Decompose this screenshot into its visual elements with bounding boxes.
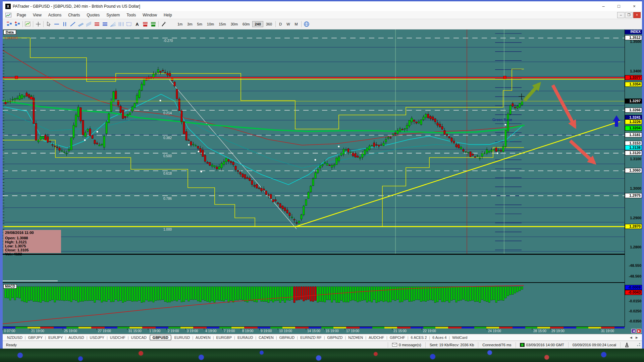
maximize-button[interactable]: □: [611, 1, 627, 11]
time-axis-tick: [97, 328, 97, 330]
red-levels-icon[interactable]: [93, 20, 101, 28]
menu-item-page[interactable]: Page: [13, 12, 30, 18]
minimize-button[interactable]: –: [596, 1, 611, 11]
data-disconnect-icon[interactable]: [5, 20, 13, 28]
timeframe-button-60m[interactable]: 60m: [240, 21, 252, 27]
fib-time-icon[interactable]: [117, 20, 125, 28]
time-axis-tick: [204, 328, 204, 330]
price-axis-header: INDEX: [625, 30, 642, 34]
tab-usdchf[interactable]: USDCHF: [108, 335, 128, 340]
titlebar[interactable]: X PATrader - GBPUSD - [GBPUSD, 240 min -…: [3, 1, 642, 11]
menu-item-actions[interactable]: Actions: [45, 12, 65, 18]
menu-item-window[interactable]: Window: [139, 12, 160, 18]
timeframe-button-240[interactable]: 240: [252, 21, 263, 27]
menu-item-help[interactable]: Help: [160, 12, 175, 18]
mdi-restore-button[interactable]: ❐: [625, 12, 633, 18]
text-tool-icon[interactable]: A: [133, 20, 141, 28]
brush-icon[interactable]: [160, 20, 168, 28]
tab-6-aces-2[interactable]: 6 ACES 2: [409, 335, 429, 340]
crosshair-icon[interactable]: [34, 20, 42, 28]
menu-item-system[interactable]: System: [103, 12, 123, 18]
tab-eurgbp[interactable]: EURGBP: [214, 335, 234, 340]
tab-audusd[interactable]: AUDUSD: [66, 335, 86, 340]
tab-cad¥en[interactable]: CAD¥EN: [256, 335, 276, 340]
tab-scroll-arrows[interactable]: ◀ ▶: [630, 336, 639, 339]
timeframe-button-3m[interactable]: 3m: [185, 21, 194, 27]
period-button-m[interactable]: M: [293, 21, 300, 27]
tab-nzdusd[interactable]: NZDUSD: [5, 335, 25, 340]
status-messages[interactable]: 0 message(s): [388, 342, 425, 348]
chart-plot[interactable]: [3, 29, 625, 254]
scroll-end-button[interactable]: ▶: [637, 329, 641, 333]
macd-axis-label: -0.0350: [625, 319, 641, 323]
timeframe-button-30m[interactable]: 30m: [229, 21, 240, 27]
tab-gbpaud[interactable]: GBPAUD: [277, 335, 297, 340]
tab-gbpusd[interactable]: GBPUSD: [150, 335, 171, 340]
time-axis-tick: [185, 328, 186, 330]
status-ready: Ready: [3, 343, 17, 347]
tab-eurusd[interactable]: EURUSD: [172, 335, 192, 340]
tab-aud¥en[interactable]: AUD¥EN: [193, 335, 213, 340]
chart-menu-icon: [5, 13, 11, 17]
new-chart-icon[interactable]: [24, 20, 32, 28]
gann-grid-icon[interactable]: [125, 20, 133, 28]
macd-label: MACD: [3, 284, 17, 289]
horizontal-line-icon[interactable]: [53, 20, 61, 28]
mdi-close-button[interactable]: ×: [633, 12, 641, 18]
info-box-date: 29/08/2016 11:00: [5, 231, 59, 235]
time-axis-tick: [166, 328, 167, 330]
macd-axis-badge: -0.0009: [625, 285, 642, 290]
tab-6-aces-4[interactable]: 6 Aces 4: [430, 335, 449, 340]
fib-level-label: 0.214: [163, 111, 172, 115]
data-tab[interactable]: Data: [3, 30, 16, 35]
regression-channel-icon[interactable]: [85, 20, 93, 28]
tab-usdcad[interactable]: USDCAD: [129, 335, 149, 340]
data-connect-icon[interactable]: [13, 20, 21, 28]
tab-euraud[interactable]: EURAUD: [235, 335, 255, 340]
scroll-start-button[interactable]: ◀: [631, 329, 636, 333]
tab-gbpnzd[interactable]: GBPNZD: [325, 335, 345, 340]
menu-item-charts[interactable]: Charts: [65, 12, 83, 18]
hcl-levels-icon[interactable]: [149, 20, 157, 28]
time-axis[interactable]: 0 07:0021 19:0025 19:0027 19:0031 15:001…: [3, 328, 642, 334]
timeframe-button-15m[interactable]: 15m: [217, 21, 228, 27]
time-axis-tick: [532, 328, 532, 330]
tab-wildcard[interactable]: WildCard: [450, 335, 470, 340]
timeframe-button-5m[interactable]: 5m: [195, 21, 204, 27]
tab-eurjpy[interactable]: EURJPY: [46, 335, 65, 340]
tab-audchf[interactable]: AUDCHF: [366, 335, 386, 340]
trend-channel-icon[interactable]: [77, 20, 85, 28]
tab-eurnzd-rf[interactable]: EURNZD RF: [298, 335, 324, 340]
tab-gbpchf[interactable]: GBPCHF: [387, 335, 408, 340]
price-axis-badge: 1.3226: [625, 119, 642, 124]
tab-nzd¥en[interactable]: NZD¥EN: [346, 335, 365, 340]
globe-icon[interactable]: [303, 20, 311, 28]
mdi-minimize-button[interactable]: –: [617, 12, 625, 18]
pointer-icon[interactable]: [45, 20, 53, 28]
period-button-d[interactable]: D: [277, 21, 284, 27]
timeframe-button-1m[interactable]: 1m: [175, 21, 184, 27]
fib-level-label: 0.382: [163, 136, 172, 140]
tab-usdjpy[interactable]: USDJPY: [88, 335, 107, 340]
vertical-line-icon[interactable]: [61, 20, 69, 28]
time-axis-label: 28 15:00: [533, 329, 546, 333]
period-button-w[interactable]: W: [284, 21, 292, 27]
time-axis-label: 25 19:00: [64, 329, 77, 333]
time-axis-label: 27 19:00: [98, 329, 111, 333]
menu-item-view[interactable]: View: [30, 12, 45, 18]
patrader-window: X PATrader - GBPUSD - [GBPUSD, 240 min -…: [0, 0, 644, 362]
resize-grip[interactable]: [636, 343, 641, 347]
pane-separator[interactable]: [3, 282, 642, 283]
fib-fan-icon[interactable]: [109, 20, 117, 28]
blue-levels-icon[interactable]: [101, 20, 109, 28]
price-axis[interactable]: [625, 29, 642, 327]
dot-levels-icon[interactable]: [141, 20, 149, 28]
close-button[interactable]: ×: [627, 1, 642, 11]
timeframe-button-360[interactable]: 360: [264, 21, 274, 27]
pane-separator[interactable]: [3, 254, 642, 255]
tab-gbpjpy[interactable]: GBPJPY: [26, 335, 45, 340]
trend-line-icon[interactable]: [69, 20, 77, 28]
menu-item-tools[interactable]: Tools: [123, 12, 139, 18]
timeframe-button-10m[interactable]: 10m: [205, 21, 216, 27]
menu-item-quotes[interactable]: Quotes: [84, 12, 103, 18]
